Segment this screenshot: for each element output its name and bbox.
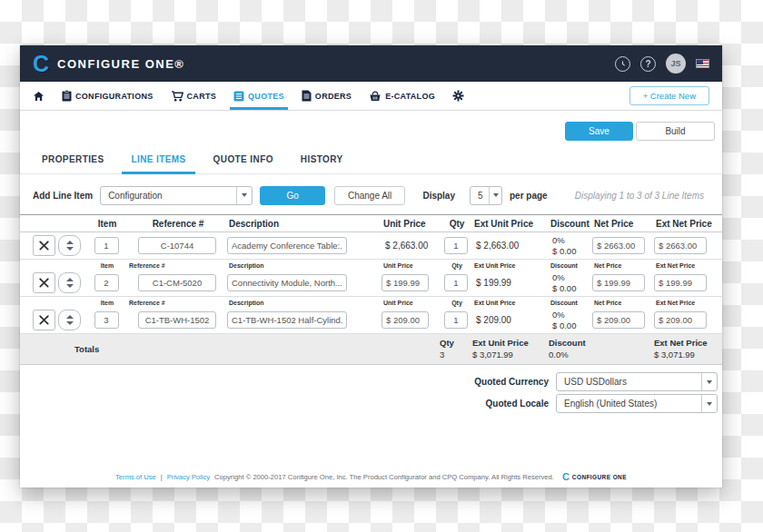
document-icon bbox=[302, 90, 312, 102]
row-mini-header: Item Reference # Description Unit Price … bbox=[20, 297, 722, 307]
quotes-icon bbox=[233, 91, 244, 102]
ext-unit-price-value: $ 199.99 bbox=[472, 278, 549, 288]
col-qty: Qty bbox=[440, 219, 472, 229]
configure-tools-button[interactable] bbox=[33, 310, 55, 330]
nav-label: CONFIGURATIONS bbox=[75, 92, 154, 101]
ext-unit-price-value: $ 209.00 bbox=[472, 315, 549, 325]
privacy-policy-link[interactable]: Privacy Policy bbox=[167, 473, 210, 481]
net-price-input[interactable] bbox=[592, 237, 645, 254]
line-item-row: Item Reference # Description Unit Price … bbox=[20, 260, 722, 297]
quoted-currency-label: Quoted Currency bbox=[474, 377, 549, 387]
configure-tools-button[interactable] bbox=[33, 272, 55, 293]
nav-orders[interactable]: ORDERS bbox=[302, 82, 352, 110]
change-all-button[interactable]: Change All bbox=[334, 186, 405, 205]
add-line-item-label: Add Line Item bbox=[33, 191, 93, 201]
nav-label: ORDERS bbox=[315, 92, 352, 101]
tab-history[interactable]: HISTORY bbox=[299, 149, 345, 173]
chevron-down-icon[interactable] bbox=[66, 284, 74, 288]
quoted-currency-select[interactable]: USD USDollars bbox=[556, 372, 718, 391]
qty-input[interactable] bbox=[444, 237, 468, 254]
row-reorder-stepper[interactable] bbox=[58, 235, 81, 256]
terms-of-use-link[interactable]: Terms of Use bbox=[115, 473, 156, 481]
chevron-down-icon[interactable] bbox=[66, 247, 74, 251]
ext-net-price-input[interactable] bbox=[654, 311, 707, 329]
line-item-row: Item Reference # Description Unit Price … bbox=[20, 297, 722, 334]
footer-logo: C CONFIGURE ONE bbox=[562, 472, 627, 482]
tab-quote-info[interactable]: QUOTE INFO bbox=[212, 149, 275, 173]
tab-line-items[interactable]: LINE ITEMS bbox=[129, 149, 187, 173]
discount-value: 0%$ 0.00 bbox=[549, 272, 592, 294]
totals-row: Totals Qty3 Ext Unit Price$ 3,071.99 Dis… bbox=[20, 334, 722, 365]
chevron-down-icon[interactable] bbox=[66, 321, 74, 325]
avatar[interactable]: JS bbox=[666, 54, 686, 74]
row-reorder-stepper[interactable] bbox=[58, 310, 81, 330]
unit-price-input[interactable] bbox=[382, 311, 429, 329]
create-new-button[interactable]: + Create New bbox=[629, 86, 709, 105]
ext-net-price-input[interactable] bbox=[654, 274, 707, 291]
nav-quotes[interactable]: QUOTES bbox=[233, 82, 284, 110]
tab-properties[interactable]: PROPERTIES bbox=[40, 149, 105, 173]
net-price-input[interactable] bbox=[592, 311, 645, 329]
chevron-down-icon bbox=[701, 373, 717, 390]
quote-settings: Quoted Currency USD USDollars Quoted Loc… bbox=[474, 372, 718, 413]
save-button[interactable]: Save bbox=[565, 122, 633, 141]
chevron-up-icon[interactable] bbox=[66, 241, 74, 244]
reference-input[interactable] bbox=[138, 274, 216, 291]
reference-input[interactable] bbox=[138, 237, 216, 254]
add-line-item-select[interactable]: Configuration bbox=[100, 186, 253, 205]
configure-tools-button[interactable] bbox=[33, 235, 55, 256]
totals-discount: Discount0.0% bbox=[549, 338, 592, 360]
description-input[interactable] bbox=[227, 237, 347, 254]
tools-icon bbox=[38, 277, 50, 289]
quoted-locale-select[interactable]: English (United States) bbox=[556, 394, 718, 413]
nav-ecatalog[interactable]: E-CATALOG bbox=[369, 82, 435, 110]
nav-home[interactable] bbox=[33, 82, 45, 110]
quoted-locale-label: Quoted Locale bbox=[486, 399, 549, 409]
totals-label: Totals bbox=[33, 344, 227, 354]
nav-configurations[interactable]: CONFIGURATIONS bbox=[62, 82, 154, 110]
totals-ext-net: Ext Net Price$ 3,071.99 bbox=[654, 338, 716, 360]
item-number-input[interactable] bbox=[94, 274, 119, 291]
row-reorder-stepper[interactable] bbox=[58, 272, 81, 293]
unit-price-input[interactable] bbox=[382, 274, 429, 291]
chevron-up-icon[interactable] bbox=[66, 278, 74, 281]
go-button[interactable]: Go bbox=[260, 186, 325, 205]
col-discount: Discount bbox=[549, 219, 592, 229]
gear-icon bbox=[452, 90, 464, 102]
qty-input[interactable] bbox=[444, 311, 468, 329]
nav-settings[interactable] bbox=[452, 82, 464, 110]
help-icon[interactable]: ? bbox=[640, 56, 656, 72]
cart-icon bbox=[171, 91, 183, 102]
col-reference: Reference # bbox=[127, 219, 227, 229]
reference-input[interactable] bbox=[138, 311, 216, 329]
item-number-input[interactable] bbox=[94, 311, 119, 329]
line-items-toolbar: Add Line Item Configuration Go Change Al… bbox=[33, 183, 704, 207]
paging-status: Displaying 1 to 3 of 3 Line Items bbox=[575, 191, 704, 201]
nav-label: CARTS bbox=[187, 92, 217, 101]
description-input[interactable] bbox=[227, 311, 347, 329]
ext-net-price-input[interactable] bbox=[654, 237, 707, 254]
col-unit-price: Unit Price bbox=[382, 219, 440, 229]
us-flag-icon[interactable] bbox=[696, 59, 709, 68]
totals-ext-unit: Ext Unit Price$ 3,071.99 bbox=[472, 338, 549, 360]
footer: Terms of Use | Privacy Policy Copyright … bbox=[20, 472, 722, 482]
footer-divider: | bbox=[161, 473, 163, 481]
clock-icon[interactable] bbox=[615, 56, 630, 72]
net-price-input[interactable] bbox=[592, 274, 645, 291]
chevron-down-icon bbox=[489, 187, 501, 204]
chevron-up-icon[interactable] bbox=[66, 315, 74, 319]
row-mini-header: Item Reference # Description Unit Price … bbox=[20, 260, 722, 270]
configureone-logo-icon: C bbox=[33, 53, 49, 75]
per-page-select[interactable]: 5 bbox=[470, 186, 502, 205]
chevron-down-icon bbox=[701, 395, 717, 412]
qty-input[interactable] bbox=[444, 274, 468, 291]
tools-icon bbox=[38, 240, 50, 251]
description-input[interactable] bbox=[227, 274, 347, 291]
item-number-input[interactable] bbox=[94, 237, 119, 254]
configureone-logo-icon: C bbox=[562, 472, 570, 482]
totals-qty: Qty3 bbox=[440, 338, 472, 360]
display-label: Display bbox=[422, 191, 455, 201]
nav-carts[interactable]: CARTS bbox=[171, 82, 217, 110]
build-button[interactable]: Build bbox=[636, 122, 715, 141]
discount-value: 0%$ 0.00 bbox=[549, 235, 592, 257]
